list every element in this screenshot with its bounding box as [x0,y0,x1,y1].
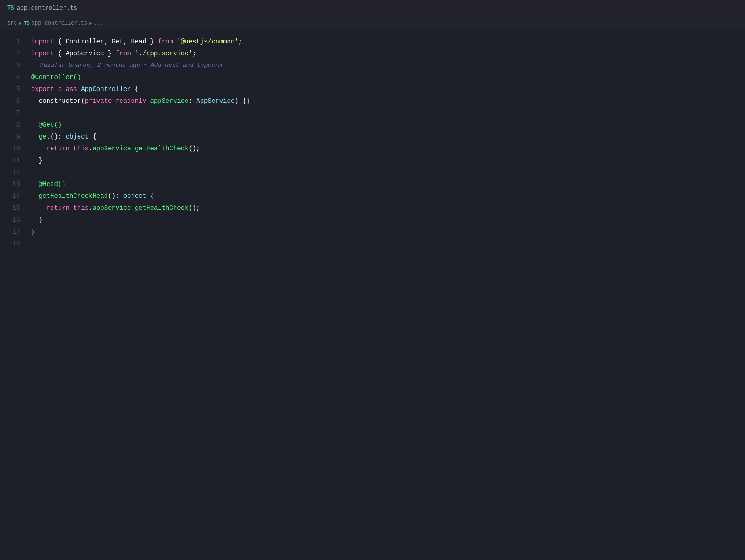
token-property: appService [92,143,131,155]
code-line-3: Muzafar Umarov, 2 months ago • Add nest … [31,59,745,71]
token-normal: ; [192,48,196,59]
token-class-name: AppService [196,95,234,107]
token-normal: } [31,226,35,238]
breadcrumb-ellipsis: ... [94,20,104,27]
token-kw-private: private [85,95,112,107]
token-method-name: get [39,131,50,143]
line-number-11: 11 [0,155,20,166]
code-line-18 [31,238,745,250]
code-line-5: export class AppController { [31,83,745,95]
token-normal: ; [239,36,242,48]
code-line-9: get(): object { [31,131,745,143]
token-kw-object: object [123,190,146,202]
code-line-14: getHealthCheckHead(): object { [31,190,745,202]
line-number-5: 5 [0,83,20,95]
token-normal [173,36,177,48]
token-method-name: getHealthCheck [135,202,189,214]
token-normal [77,83,81,95]
token-normal: } [31,155,43,166]
token-normal [69,143,73,155]
token-normal: } [146,36,158,48]
line-number-14: 14 [0,190,20,202]
breadcrumb-src[interactable]: src [7,20,17,27]
token-kw-readonly: readonly [116,95,146,107]
token-kw-import: import [31,36,54,48]
token-normal: : [189,95,197,107]
line-number-12: 12 [0,166,20,178]
token-kw-return: return [47,202,69,214]
editor-container: 123456789101112131415161718 import { Con… [0,30,745,560]
code-line-6: constructor(private readonly appService:… [31,95,745,107]
code-line-8: @Get() [31,119,745,131]
token-normal [31,95,39,107]
token-normal: } [31,214,43,226]
token-decorator: @Controller() [31,71,81,83]
token-normal: { [54,48,65,59]
line-number-9: 9 [0,131,20,143]
token-decorator: @Head() [39,178,66,190]
code-line-1: import { Controller, Get, Head } from '@… [31,36,745,48]
token-normal [31,143,47,155]
title-bar-label: TS app.controller.ts [7,5,77,11]
ts-badge: TS [7,5,14,11]
token-normal: { [131,83,138,95]
token-normal: constructor( [39,95,85,107]
token-normal: (): [108,190,123,202]
code-line-11: } [31,155,745,166]
code-line-10: return this.appService.getHealthCheck(); [31,143,745,155]
code-line-2: import { AppService } from './app.servic… [31,48,745,59]
token-decorator: @Get() [39,119,62,131]
code-line-7 [31,107,745,119]
line-number-3: 3 [0,59,20,71]
title-bar: TS app.controller.ts [0,0,745,16]
line-number-10: 10 [0,143,20,155]
token-property: appService [92,202,131,214]
token-normal: . [131,143,134,155]
token-kw-export: export [31,83,54,95]
breadcrumb-sep-1: ▶ [19,21,22,26]
line-number-15: 15 [0,202,20,214]
code-line-16: } [31,214,745,226]
token-normal [31,178,39,190]
code-line-13: @Head() [31,178,745,190]
line-number-1: 1 [0,36,20,48]
token-normal: . [131,202,134,214]
git-annotation: Muzafar Umarov, 2 months ago • Add nest … [40,59,222,71]
token-kw-from: from [116,48,131,59]
token-normal: (); [189,143,200,155]
token-string: '@nestjs/common' [177,36,238,48]
token-normal [69,202,73,214]
breadcrumb-bar: src ▶ TS app.controller.ts ▶ ... [0,16,745,30]
line-number-7: 7 [0,107,20,119]
token-normal [31,119,39,131]
token-normal: } [104,48,116,59]
token-kw-object: object [66,131,89,143]
token-normal: . [89,202,92,214]
breadcrumb-filename: app.controller.ts [32,20,87,27]
token-kw-class: class [58,83,77,95]
token-normal: Controller, Get, Head [66,36,146,48]
token-normal [31,202,47,214]
token-normal [131,48,134,59]
token-normal [146,95,150,107]
token-normal: { [89,131,96,143]
line-number-2: 2 [0,48,20,59]
token-kw-import: import [31,48,54,59]
code-area[interactable]: import { Controller, Get, Head } from '@… [27,30,745,560]
token-normal [31,190,39,202]
token-method-name: getHealthCheck [135,143,189,155]
code-line-4: @Controller() [31,71,745,83]
token-normal [112,95,115,107]
token-kw-return: return [47,143,69,155]
breadcrumb-file[interactable]: TS app.controller.ts [24,20,88,27]
line-numbers: 123456789101112131415161718 [0,30,27,560]
token-normal: (): [50,131,66,143]
token-normal [54,83,58,95]
line-number-13: 13 [0,178,20,190]
token-normal: { [54,36,65,48]
breadcrumb-ts-badge: TS [24,21,30,26]
line-number-6: 6 [0,95,20,107]
code-line-12 [31,166,745,178]
line-number-16: 16 [0,214,20,226]
line-number-18: 18 [0,238,20,250]
